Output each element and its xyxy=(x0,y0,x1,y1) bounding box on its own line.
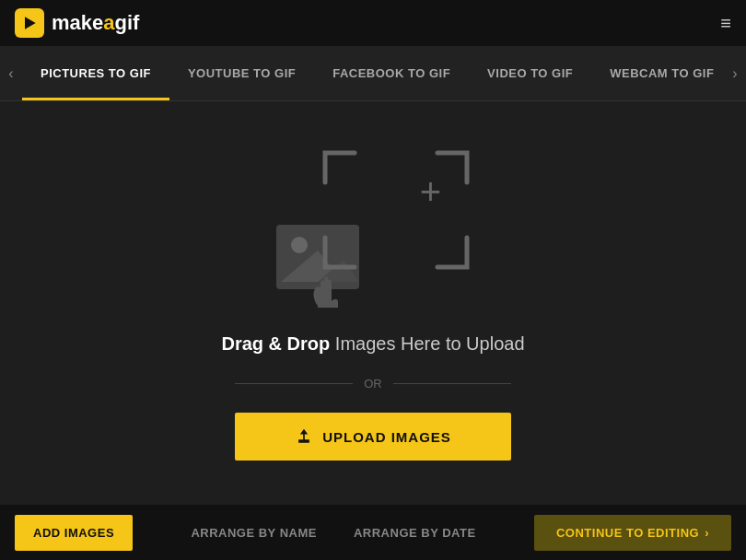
nav-tabs-list: PICTURES TO GIF YOUTUBE TO GIF FACEBOOK … xyxy=(22,46,724,100)
drop-zone[interactable]: + Drag & Drop Images Here to Upload xyxy=(221,146,524,461)
menu-button[interactable]: ≡ xyxy=(720,13,731,34)
drag-drop-bold: Drag & Drop xyxy=(221,333,330,354)
nav-tabs: ‹ PICTURES TO GIF YOUTUBE TO GIF FACEBOO… xyxy=(0,46,746,101)
arrange-by-date-button[interactable]: ARRANGE BY DATE xyxy=(354,526,476,540)
drag-drop-rest: Images Here to Upload xyxy=(330,333,524,354)
logo-text: makeagif xyxy=(52,11,139,35)
drag-drop-text: Drag & Drop Images Here to Upload xyxy=(221,333,524,355)
header: makeagif ≡ xyxy=(0,0,746,46)
svg-point-2 xyxy=(291,237,308,253)
or-text: OR xyxy=(364,377,382,391)
tab-video-to-gif[interactable]: VIDEO TO GIF xyxy=(469,46,591,100)
main-content: + Drag & Drop Images Here to Upload xyxy=(0,101,746,505)
bracket-box xyxy=(318,146,474,274)
play-icon xyxy=(20,14,39,32)
continue-to-editing-button[interactable]: CONTINUE TO EDITING › xyxy=(534,515,731,551)
tab-facebook-to-gif[interactable]: FACEBOOK TO GIF xyxy=(314,46,469,100)
nav-left-arrow[interactable]: ‹ xyxy=(0,46,22,101)
upload-button-label: UPLOAD IMAGES xyxy=(322,429,451,445)
logo-icon xyxy=(15,8,44,38)
footer-bar: ADD IMAGES ARRANGE BY NAME ARRANGE BY DA… xyxy=(0,505,746,560)
continue-label: CONTINUE TO EDITING xyxy=(556,526,699,540)
drop-icon-area: + xyxy=(272,146,474,311)
nav-right-arrow[interactable]: › xyxy=(724,46,746,101)
upload-icon xyxy=(295,427,313,446)
logo: makeagif xyxy=(15,8,139,38)
arrange-by-name-button[interactable]: ARRANGE BY NAME xyxy=(191,526,317,540)
svg-marker-0 xyxy=(25,17,36,29)
tab-pictures-to-gif[interactable]: PICTURES TO GIF xyxy=(22,46,169,100)
tab-youtube-to-gif[interactable]: YOUTUBE TO GIF xyxy=(169,46,314,100)
tab-webcam-to-gif[interactable]: WEBCAM TO GIF xyxy=(591,46,724,100)
continue-arrow: › xyxy=(705,526,709,540)
upload-images-button[interactable]: UPLOAD IMAGES xyxy=(235,413,511,461)
footer-center: ARRANGE BY NAME ARRANGE BY DATE xyxy=(191,526,475,540)
add-images-button[interactable]: ADD IMAGES xyxy=(15,515,133,551)
or-divider: OR xyxy=(235,377,511,391)
